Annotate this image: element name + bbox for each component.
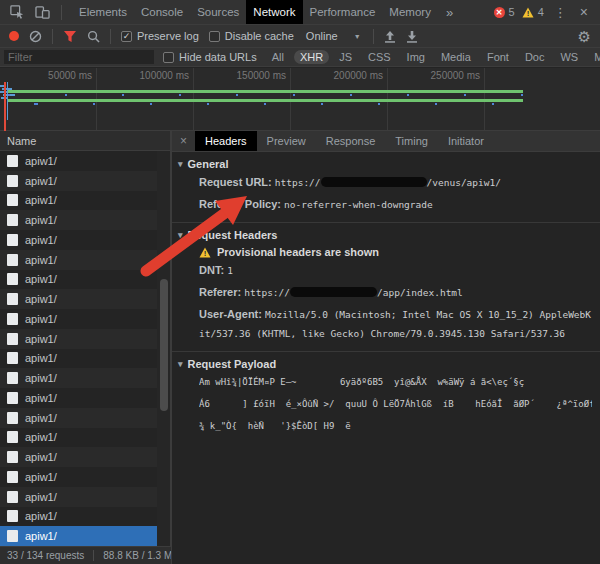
request-payload-section-header[interactable]: ▾ Request Payload	[178, 358, 592, 370]
warning-count: 4	[538, 6, 544, 18]
preserve-log-checkbox[interactable]: ✓ Preserve log	[121, 30, 199, 42]
file-icon	[7, 451, 18, 463]
request-row[interactable]: apiw1/	[0, 230, 157, 250]
panel-tab[interactable]: Memory	[382, 0, 438, 24]
file-icon	[7, 372, 18, 384]
details-tab[interactable]: Headers	[195, 131, 257, 151]
request-name: apiw1/	[25, 254, 57, 266]
resource-type-pill[interactable]: CSS	[362, 50, 397, 64]
device-toolbar-icon[interactable]	[35, 5, 50, 19]
disable-cache-label: Disable cache	[225, 30, 294, 42]
request-row[interactable]: apiw1/	[0, 191, 157, 211]
clear-icon[interactable]	[29, 30, 42, 43]
request-row[interactable]: apiw1/	[0, 171, 157, 191]
request-name: apiw1/	[25, 333, 57, 345]
request-headers-section-header[interactable]: ▾ Request Headers	[178, 229, 592, 241]
svg-text:!: !	[204, 249, 207, 258]
resource-type-pill[interactable]: WS	[554, 50, 584, 64]
export-har-icon[interactable]	[406, 30, 418, 43]
inspect-element-icon[interactable]	[10, 5, 24, 19]
checkbox-unchecked-icon	[209, 31, 220, 42]
resource-type-pill[interactable]: XHR	[294, 50, 329, 64]
request-row[interactable]: apiw1/	[0, 329, 157, 349]
close-details-icon[interactable]: ×	[172, 131, 195, 151]
panel-tab[interactable]: Console	[134, 0, 190, 24]
resource-type-pill[interactable]: Font	[481, 50, 515, 64]
panel-tab[interactable]: Network	[246, 0, 302, 24]
referrer-policy-value: no-referrer-when-downgrade	[284, 199, 433, 210]
resource-type-pill[interactable]: Img	[401, 50, 431, 64]
details-tab[interactable]: Initiator	[438, 131, 494, 151]
divider	[373, 29, 374, 44]
file-icon	[7, 333, 18, 345]
hide-data-urls-checkbox[interactable]: Hide data URLs	[163, 51, 257, 63]
request-row[interactable]: apiw1/	[0, 408, 157, 428]
resource-type-pill[interactable]: Manifest	[588, 50, 600, 64]
referrer-policy-line: Referrer Policy: no-referrer-when-downgr…	[199, 195, 592, 214]
resource-type-pill[interactable]: Doc	[519, 50, 551, 64]
request-row[interactable]: apiw1/	[0, 250, 157, 270]
panel-tab[interactable]: Performance	[303, 0, 383, 24]
request-row[interactable]: apiw1/	[0, 526, 157, 546]
details-tab[interactable]: Preview	[257, 131, 316, 151]
request-row[interactable]: apiw1/	[0, 388, 157, 408]
throttling-dropdown[interactable]: Online ▼	[304, 30, 363, 42]
record-icon[interactable]	[9, 31, 19, 41]
request-name: apiw1/	[25, 293, 57, 305]
resource-type-pill[interactable]: All	[266, 50, 290, 64]
file-icon	[7, 155, 18, 167]
filter-icon[interactable]	[63, 30, 77, 43]
user-agent-line: User-Agent: Mozilla/5.0 (Macintosh; Inte…	[199, 305, 592, 343]
panel-tab[interactable]: Sources	[190, 0, 246, 24]
request-row[interactable]: apiw1/	[0, 151, 157, 171]
request-row[interactable]: apiw1/	[0, 467, 157, 487]
error-badge[interactable]: ✕ 5	[494, 6, 515, 18]
network-overview[interactable]: 50000 ms100000 ms150000 ms200000 ms25000…	[0, 68, 600, 131]
user-agent-key: User-Agent:	[199, 308, 262, 320]
warning-badge[interactable]: ! 4	[522, 6, 544, 18]
overflow-menu-icon[interactable]: ⋮	[551, 5, 570, 20]
settings-gear-icon[interactable]: ⚙	[578, 29, 591, 44]
file-icon	[7, 175, 18, 187]
details-tab[interactable]: Response	[316, 131, 386, 151]
request-row[interactable]: apiw1/	[0, 309, 157, 329]
scrollbar-thumb[interactable]	[160, 279, 168, 411]
request-name: apiw1/	[25, 491, 57, 503]
more-tabs-chevron[interactable]: »	[438, 5, 461, 20]
request-list-scrollbar[interactable]	[157, 151, 171, 546]
warning-icon: !	[199, 247, 211, 258]
panel-tab[interactable]: Elements	[72, 0, 134, 24]
file-icon	[7, 510, 18, 522]
request-row[interactable]: apiw1/	[0, 447, 157, 467]
request-row[interactable]: apiw1/	[0, 210, 157, 230]
request-name: apiw1/	[25, 155, 57, 167]
error-count: 5	[509, 6, 515, 18]
request-row[interactable]: apiw1/	[0, 349, 157, 369]
disable-cache-checkbox[interactable]: Disable cache	[209, 30, 294, 42]
request-row[interactable]: apiw1/	[0, 507, 157, 527]
general-section-header[interactable]: ▾ General	[178, 158, 592, 170]
resource-type-pill[interactable]: JS	[333, 50, 358, 64]
request-list: apiw1/ apiw1/ apiw1/ apiw1/ apiw1/ apiw1…	[0, 151, 157, 546]
request-row[interactable]: apiw1/	[0, 289, 157, 309]
resource-type-pill[interactable]: Media	[435, 50, 477, 64]
disclosure-triangle-icon: ▾	[178, 359, 183, 369]
close-devtools-icon[interactable]: ×	[577, 4, 591, 20]
request-row[interactable]: apiw1/	[0, 270, 157, 290]
filter-input[interactable]	[4, 50, 154, 64]
name-column-header[interactable]: Name	[0, 131, 171, 151]
request-row[interactable]: apiw1/	[0, 368, 157, 388]
request-row[interactable]: apiw1/	[0, 428, 157, 448]
details-tab[interactable]: Timing	[385, 131, 438, 151]
requests-count: 33 / 134 requests	[7, 550, 84, 561]
search-icon[interactable]	[87, 30, 100, 43]
import-har-icon[interactable]	[384, 30, 396, 43]
file-icon	[7, 412, 18, 424]
request-row[interactable]: apiw1/	[0, 487, 157, 507]
dnt-line: DNT: 1	[199, 261, 592, 280]
payload-line: ¾ k_"Ò{ hèÑ '}$ÊòD[ H9 ë	[199, 416, 592, 436]
throttling-value: Online	[306, 30, 338, 42]
file-icon	[7, 214, 18, 226]
request-url-key: Request URL:	[199, 176, 272, 188]
referer-line: Referer: https:///app/index.html	[199, 283, 592, 302]
